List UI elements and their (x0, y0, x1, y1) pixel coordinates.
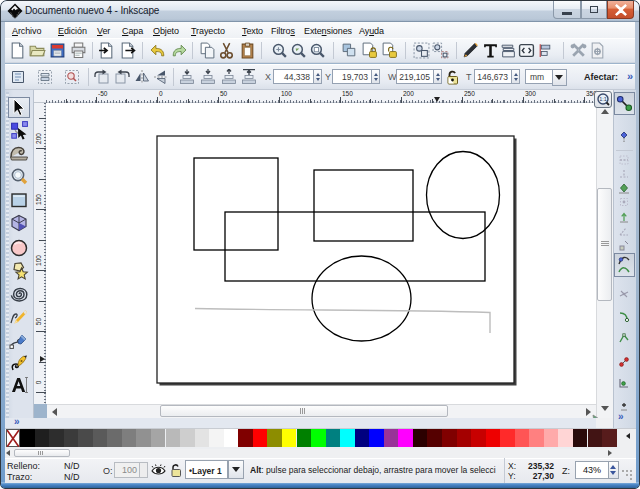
svg-text:1:1: 1:1 (599, 96, 607, 102)
